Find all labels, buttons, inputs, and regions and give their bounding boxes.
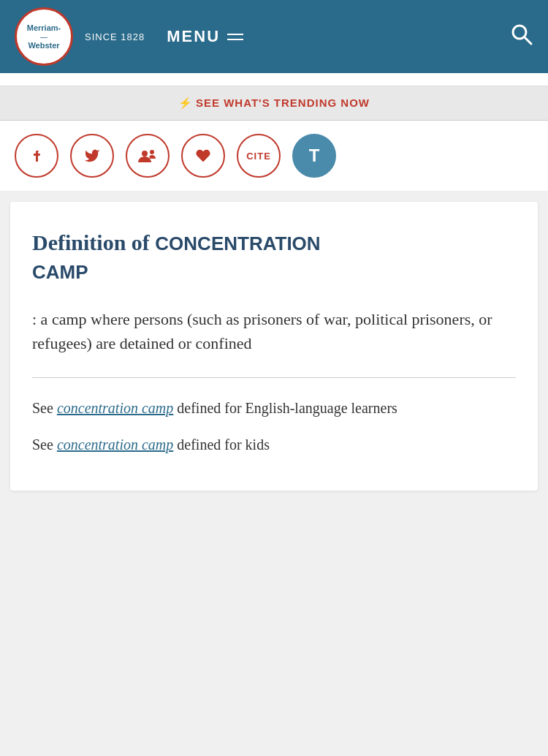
menu-button[interactable]: MENU [167,27,243,46]
since-label: SINCE 1828 [85,31,145,42]
see-link-1-container: See concentration camp defined for Engli… [32,396,516,420]
twitter-button[interactable] [70,134,114,178]
see-link-2-container: See concentration camp defined for kids [32,432,516,457]
see-link-2[interactable]: concentration camp [57,436,173,453]
see-link-1[interactable]: concentration camp [57,400,173,416]
menu-icon [227,34,243,40]
svg-point-2 [142,151,148,156]
see-label-1: See [32,400,53,416]
social-row: CITE T [0,121,548,192]
divider [32,377,516,378]
logo-webster: Webster [27,41,61,50]
title-prefix: Definition of [32,230,150,254]
see-suffix-1: defined for English-language learners [177,400,397,416]
facebook-button[interactable] [15,134,58,178]
thesaurus-button[interactable]: T [292,134,336,178]
search-icon[interactable] [510,23,533,51]
cite-button[interactable]: CITE [237,134,281,178]
sub-header-bar [0,73,548,86]
logo[interactable]: Merriam- — Webster [15,7,73,66]
trending-icon: ⚡ [178,97,193,109]
definition-title: Definition of CONCENTRATION CAMP [32,228,516,285]
see-label-2: See [32,436,53,453]
logo-dash: — [27,33,61,41]
trending-text: ⚡SEE WHAT'S TRENDING NOW [178,97,370,109]
favorite-button[interactable] [181,134,225,178]
definition-card: Definition of CONCENTRATION CAMP : a cam… [10,202,538,491]
svg-line-1 [525,37,532,44]
trending-banner[interactable]: ⚡SEE WHAT'S TRENDING NOW [0,86,548,121]
header: Merriam- — Webster SINCE 1828 MENU [0,0,548,73]
definition-body: : a camp where persons (such as prisoner… [32,307,516,355]
logo-merriam: Merriam- [27,23,61,32]
see-suffix-2: defined for kids [177,436,270,453]
share-button[interactable] [126,134,170,178]
menu-label: MENU [167,27,220,46]
logo-text: Merriam- — Webster [27,23,61,49]
svg-point-3 [150,150,154,154]
